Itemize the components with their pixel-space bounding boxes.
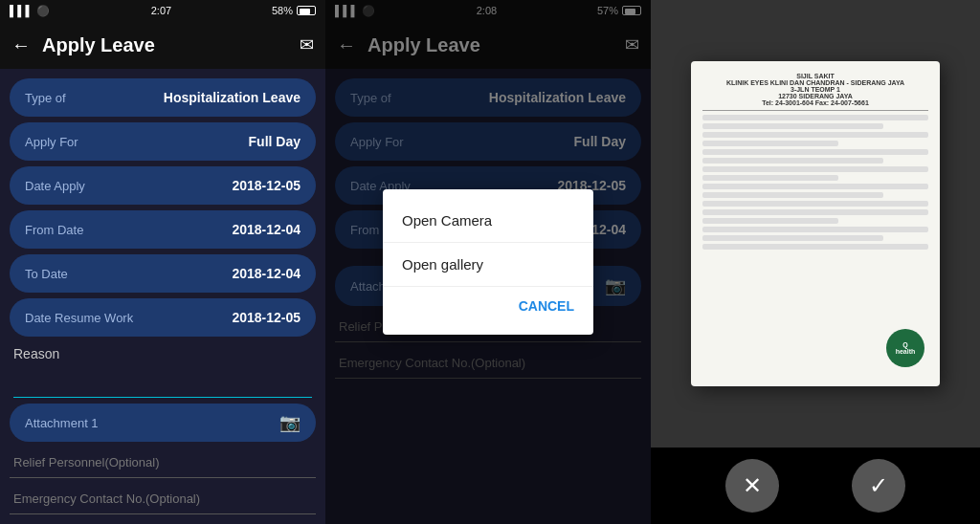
medical-document: SIJIL SAKIT KLINIK EYES KLINI DAN CHANDR… (691, 61, 940, 386)
back-button-1[interactable]: ← (11, 34, 31, 56)
doc-logo: Qhealth (886, 329, 924, 367)
doc-line-15 (702, 235, 883, 241)
doc-logo-text: Qhealth (896, 341, 916, 355)
from-date-label-1: From Date (25, 223, 111, 237)
apply-for-row-1[interactable]: Apply For Full Day (10, 122, 316, 161)
attachment-row-1[interactable]: Attachment 1 📷 (10, 404, 316, 442)
doc-line-9 (702, 184, 928, 189)
status-signal-1: ▌▌▌ ⚫ (10, 5, 51, 17)
page-title-1: Apply Leave (42, 34, 288, 56)
panel-2: ▌▌▌ ⚫ 2:08 57% ← Apply Leave ✉ Type of H… (325, 0, 651, 524)
status-right-1: 58% (272, 5, 316, 16)
doc-line-12 (702, 209, 928, 215)
doc-line-13 (702, 218, 838, 224)
date-resume-value-1: 2018-12-05 (133, 310, 301, 325)
doc-tel: Tel: 24-3001-604 Fax: 24-007-5661 (702, 99, 928, 106)
battery-icon-1 (297, 6, 316, 15)
doc-line-11 (702, 201, 928, 207)
from-date-value-1: 2018-12-04 (111, 222, 301, 237)
open-camera-option[interactable]: Open Camera (383, 199, 593, 242)
type-label-1: Type of (25, 91, 111, 105)
status-time-1: 2:07 (151, 5, 171, 16)
apply-for-label-1: Apply For (25, 135, 111, 149)
cancel-icon: ✕ (743, 472, 762, 499)
doc-line-1 (702, 115, 928, 120)
apply-for-value-1: Full Day (111, 134, 301, 149)
confirm-icon: ✓ (869, 472, 888, 499)
doc-line-10 (702, 192, 883, 198)
doc-line-8 (702, 175, 838, 181)
doc-title: SIJIL SAKIT (702, 73, 928, 79)
dialog-box: Open Camera Open gallery CANCEL (383, 189, 593, 335)
status-bar-1: ▌▌▌ ⚫ 2:07 58% (0, 0, 325, 21)
open-gallery-option[interactable]: Open gallery (383, 243, 593, 286)
reason-section-1: Reason (10, 342, 316, 398)
image-controls: ✕ ✓ (651, 448, 980, 524)
doc-line-4 (702, 141, 838, 146)
type-value-1: Hospitalization Leave (111, 90, 301, 105)
doc-line-14 (702, 227, 928, 232)
emergency-input-1[interactable] (10, 484, 316, 514)
panel-1: ▌▌▌ ⚫ 2:07 58% ← Apply Leave ✉ Type of H… (0, 0, 325, 524)
from-date-row-1[interactable]: From Date 2018-12-04 (10, 210, 316, 249)
battery-percent-1: 58% (272, 5, 293, 16)
dialog-cancel-button[interactable]: CANCEL (383, 287, 593, 325)
doc-line-2 (702, 123, 883, 129)
to-date-row-1[interactable]: To Date 2018-12-04 (10, 254, 316, 293)
image-confirm-button[interactable]: ✓ (852, 459, 905, 513)
mail-icon-1[interactable]: ✉ (300, 34, 314, 55)
doc-line-16 (702, 244, 928, 250)
doc-clinic: KLINIK EYES KLINI DAN CHANDRAN - SIDERAN… (702, 79, 928, 86)
reason-label-1: Reason (13, 346, 312, 361)
date-resume-label-1: Date Resume Work (25, 311, 133, 325)
date-apply-label-1: Date Apply (25, 179, 111, 193)
top-bar-1: ← Apply Leave ✉ (0, 21, 325, 69)
dialog-backdrop: Open Camera Open gallery CANCEL (325, 0, 651, 524)
panel-3: SIJIL SAKIT KLINIK EYES KLINI DAN CHANDR… (651, 0, 980, 524)
doc-line-5 (702, 149, 928, 155)
attachment-label-1: Attachment 1 (25, 416, 99, 430)
image-content: SIJIL SAKIT KLINIK EYES KLINI DAN CHANDR… (651, 0, 980, 448)
doc-address: 3-JLN TEOMP 1 (702, 86, 928, 93)
reason-input-1[interactable] (13, 369, 312, 398)
doc-header: SIJIL SAKIT KLINIK EYES KLINI DAN CHANDR… (702, 73, 928, 111)
to-date-value-1: 2018-12-04 (111, 266, 301, 281)
panel-1-content: Type of Hospitalization Leave Apply For … (0, 69, 325, 524)
relief-input-1[interactable] (10, 448, 316, 478)
doc-line-7 (702, 166, 928, 172)
date-apply-row-1[interactable]: Date Apply 2018-12-05 (10, 166, 316, 205)
date-resume-row-1[interactable]: Date Resume Work 2018-12-05 (10, 298, 316, 337)
image-cancel-button[interactable]: ✕ (725, 459, 779, 513)
date-apply-value-1: 2018-12-05 (111, 178, 301, 193)
camera-icon-1[interactable]: 📷 (279, 412, 301, 433)
to-date-label-1: To Date (25, 267, 111, 281)
doc-line-6 (702, 158, 883, 164)
type-row-1[interactable]: Type of Hospitalization Leave (10, 78, 316, 117)
doc-city: 12730 SIDERANG JAYA (702, 93, 928, 99)
doc-line-3 (702, 132, 928, 138)
